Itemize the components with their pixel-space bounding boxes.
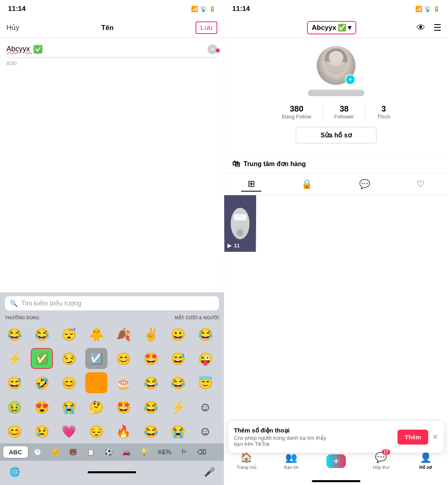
emoji-cell[interactable]: 😀 bbox=[167, 324, 189, 345]
username-dropdown[interactable]: Abcyyx ✅ ▾ bbox=[307, 21, 356, 34]
emoji-cell[interactable]: 😂 bbox=[194, 324, 217, 345]
nav-home[interactable]: 🏠 Trang chủ bbox=[224, 452, 269, 470]
edit-profile-button[interactable]: Sửa hồ sơ bbox=[296, 127, 376, 143]
flags-button[interactable]: 🏳 bbox=[177, 446, 191, 458]
objects-button[interactable]: 💡 bbox=[136, 446, 152, 458]
emoji-cell[interactable]: 😭 bbox=[58, 396, 80, 418]
abc-button[interactable]: ABC bbox=[3, 446, 28, 458]
emoji-cell[interactable]: 😂 bbox=[31, 324, 53, 345]
emoji-cell[interactable]: 😊 bbox=[58, 372, 80, 393]
username-bar-placeholder bbox=[308, 90, 364, 96]
recent-emoji-button[interactable]: 🕐 bbox=[29, 446, 46, 458]
battery-icon-left: 🔋 bbox=[209, 6, 216, 12]
name-input-container: Abcyyx ✅ ✕ 8/30 bbox=[0, 38, 224, 70]
create-button[interactable]: + bbox=[326, 454, 346, 468]
emoji-cell[interactable]: 🤢 bbox=[3, 396, 25, 418]
symbols-button[interactable]: #&% bbox=[154, 446, 176, 458]
emoji-grid-row3: 😅 🤣 😊 🎂 😂 😂 😇 bbox=[0, 371, 224, 395]
emoji-cell[interactable]: ⚡ bbox=[167, 396, 189, 418]
home-bar-left bbox=[88, 471, 136, 473]
emoji-cell[interactable]: ✌️ bbox=[140, 324, 162, 345]
emoji-cell[interactable]: 🤩 bbox=[140, 348, 162, 369]
menu-icon[interactable]: ☰ bbox=[433, 23, 442, 33]
phone-banner-text: Thêm số điện thoại Cho phép người trong … bbox=[234, 427, 398, 447]
emoji-cell[interactable]: 😜 bbox=[194, 348, 217, 369]
emoji-cell[interactable]: 🐥 bbox=[85, 324, 107, 345]
video-thumbnail[interactable]: ▶ 11 bbox=[224, 195, 256, 252]
emoji-cell[interactable]: 😂 bbox=[3, 324, 25, 345]
emoji-cell[interactable]: 🍂 bbox=[112, 324, 135, 345]
nav-inbox[interactable]: 💬 17 Hộp thư bbox=[358, 452, 403, 470]
follower-stat[interactable]: 38 Follower bbox=[323, 104, 365, 120]
emoji-cell[interactable]: 😊 bbox=[3, 421, 25, 442]
likes-stat[interactable]: 3 Thích bbox=[366, 104, 402, 120]
signal-icons-left: 📶 📡 🔋 bbox=[191, 6, 216, 12]
microphone-button[interactable]: 🎤 bbox=[201, 464, 217, 480]
emoji-cell[interactable]: 😅 bbox=[3, 372, 25, 393]
smiley-button[interactable]: 😊 bbox=[47, 446, 63, 458]
friends-icon: 👥 bbox=[285, 452, 297, 463]
nav-friends[interactable]: 👥 Bạn bè bbox=[269, 452, 314, 470]
phone-number-banner: Thêm số điện thoại Cho phép người trong … bbox=[228, 421, 444, 453]
right-panel: 11:14 📶 📡 🔋 Abcyyx ✅ ▾ 👁 ☰ bbox=[224, 0, 448, 485]
emoji-cell[interactable]: 😂 bbox=[167, 372, 189, 393]
emoji-cell[interactable]: 😍 bbox=[31, 396, 53, 418]
emoji-cell[interactable]: 😂 bbox=[140, 396, 162, 418]
add-photo-button[interactable]: + bbox=[345, 74, 355, 85]
banner-close-button[interactable]: ✕ bbox=[432, 432, 438, 441]
battery-icon-right: 🔋 bbox=[433, 6, 440, 12]
eye-icon[interactable]: 👁 bbox=[416, 23, 425, 33]
emoji-cell[interactable]: ☺️ bbox=[194, 421, 217, 442]
emoji-cell[interactable]: 🤣 bbox=[31, 372, 53, 393]
status-bar-right: 11:14 📶 📡 🔋 bbox=[224, 0, 448, 18]
clipboard-button[interactable]: 📋 bbox=[83, 446, 99, 458]
tab-favorites[interactable]: ♡ bbox=[410, 177, 431, 191]
emoji-grid-row1: 😂 😂 😴 🐥 🍂 ✌️ 😀 😂 bbox=[0, 322, 224, 346]
travel-button[interactable]: 🚗 bbox=[118, 446, 135, 458]
search-icon: 🔍 bbox=[10, 299, 18, 307]
emoji-cell[interactable]: 💗 bbox=[58, 421, 80, 442]
notification-dot bbox=[216, 48, 220, 53]
order-center[interactable]: 🛍 Trung tâm đơn hàng bbox=[224, 154, 448, 174]
sports-button[interactable]: ⚽ bbox=[101, 446, 117, 458]
animal-button[interactable]: 🐻 bbox=[65, 446, 81, 458]
emoji-gray-check-cell[interactable]: ☑️ bbox=[85, 348, 107, 369]
add-phone-button[interactable]: Thêm bbox=[398, 430, 428, 445]
avatar-container: + bbox=[317, 46, 355, 85]
emoji-cell[interactable]: 🤔 bbox=[85, 396, 107, 418]
emoji-cell[interactable]: 😇 bbox=[194, 372, 217, 393]
emoji-checkmark-cell[interactable]: ✅ bbox=[31, 348, 53, 369]
emoji-cell[interactable]: 😅 bbox=[167, 348, 189, 369]
save-button[interactable]: Lưu bbox=[196, 21, 217, 34]
nav-create[interactable]: + bbox=[314, 454, 359, 468]
delete-button[interactable]: ⌫ bbox=[193, 446, 210, 458]
emoji-search-placeholder: Tìm kiếm biểu tượng bbox=[21, 299, 81, 307]
emoji-cell[interactable]: 😴 bbox=[58, 324, 80, 345]
emoji-cell[interactable]: ☺️ bbox=[194, 396, 217, 418]
following-stat[interactable]: 380 Đang Follow bbox=[271, 104, 322, 120]
emoji-cell[interactable]: ⚡ bbox=[3, 348, 25, 369]
emoji-cell[interactable]: 😂 bbox=[140, 421, 162, 442]
tab-liked[interactable]: 💬 bbox=[353, 177, 376, 191]
emoji-cell[interactable]: 🤩 bbox=[112, 396, 135, 418]
cancel-button[interactable]: Hủy bbox=[6, 23, 19, 32]
username-text: Abcyyx bbox=[312, 24, 336, 32]
globe-button[interactable]: 🌐 bbox=[6, 464, 23, 480]
emoji-cell[interactable]: 🔥 bbox=[112, 421, 135, 442]
emoji-search-bar[interactable]: 🔍 Tìm kiếm biểu tượng bbox=[5, 296, 219, 310]
tab-videos[interactable]: ⊞ bbox=[241, 177, 261, 192]
emoji-cell[interactable]: 😢 bbox=[31, 421, 53, 442]
nav-profile[interactable]: 👤 Hồ sơ bbox=[403, 452, 448, 470]
likes-count: 3 bbox=[381, 104, 386, 114]
video-count: 11 bbox=[234, 242, 240, 249]
edit-name-header: Hủy Tên Lưu bbox=[0, 18, 224, 38]
emoji-cell[interactable]: 😏 bbox=[58, 348, 80, 369]
tab-locked[interactable]: 🔒 bbox=[295, 177, 319, 191]
status-bar-left: 11:14 📶 📡 🔋 bbox=[0, 0, 224, 18]
emoji-cell[interactable]: 😂 bbox=[140, 372, 162, 393]
emoji-orange-box-cell[interactable] bbox=[85, 372, 107, 393]
emoji-cell[interactable]: 😭 bbox=[167, 421, 189, 442]
emoji-cell[interactable]: 🎂 bbox=[112, 372, 135, 393]
emoji-cell[interactable]: 😊 bbox=[112, 348, 135, 369]
emoji-cell[interactable]: 😔 bbox=[85, 421, 107, 442]
